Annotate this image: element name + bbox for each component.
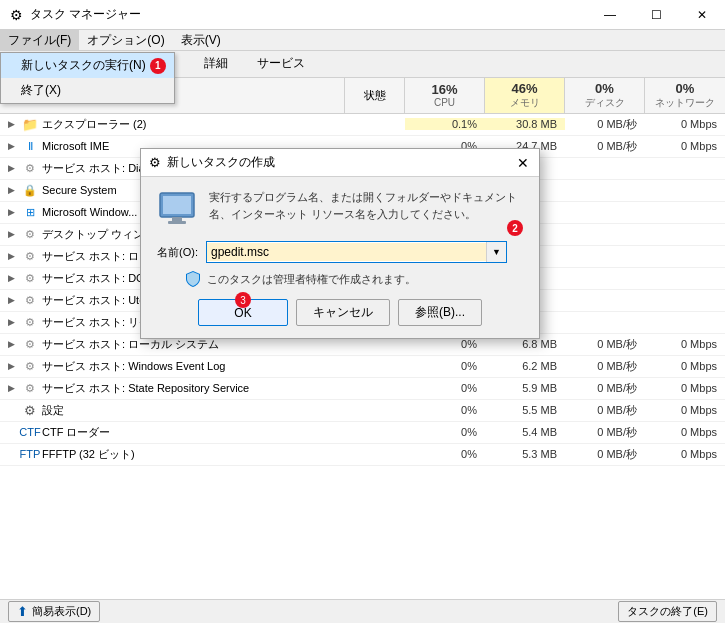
dropdown-arrow[interactable]: ▼ — [486, 242, 506, 262]
ok-badge: 3 — [235, 292, 251, 308]
admin-checkbox-row: このタスクは管理者特権で作成されます。 — [157, 271, 523, 287]
new-task-input[interactable] — [207, 243, 486, 261]
dialog-title-icon: ⚙ — [149, 155, 161, 170]
svg-rect-2 — [172, 217, 182, 221]
dialog-title-text: 新しいタスクの作成 — [167, 154, 275, 171]
new-task-dialog: ⚙ 新しいタスクの作成 ✕ — [140, 148, 540, 339]
dialog-close-button[interactable]: ✕ — [511, 151, 535, 175]
dialog-browse-button[interactable]: 参照(B)... — [398, 299, 482, 326]
dialog-field-row: 名前(O): ▼ 2 — [157, 241, 523, 263]
dialog-titlebar: ⚙ 新しいタスクの作成 ✕ — [141, 149, 539, 177]
dialog-overlay: ⚙ 新しいタスクの作成 ✕ — [0, 0, 725, 623]
dialog-buttons: 3 OK キャンセル 参照(B)... — [157, 299, 523, 326]
dialog-description: 実行するプログラム名、または開くフォルダーやドキュメント名、インターネット リソ… — [209, 189, 523, 229]
admin-label: このタスクは管理者特権で作成されます。 — [207, 272, 416, 287]
dialog-ok-button[interactable]: 3 OK — [198, 299, 288, 326]
uac-shield-icon — [185, 271, 201, 287]
dialog-cancel-button[interactable]: キャンセル — [296, 299, 390, 326]
dialog-body: 実行するプログラム名、または開くフォルダーやドキュメント名、インターネット リソ… — [141, 177, 539, 338]
svg-rect-1 — [163, 196, 191, 214]
input-badge: 2 — [507, 220, 523, 236]
dialog-field-label: 名前(O): — [157, 245, 198, 260]
dialog-input-wrap: ▼ — [206, 241, 507, 263]
dialog-top-section: 実行するプログラム名、または開くフォルダーやドキュメント名、インターネット リソ… — [157, 189, 523, 229]
svg-rect-3 — [168, 221, 186, 224]
computer-icon — [157, 189, 197, 229]
